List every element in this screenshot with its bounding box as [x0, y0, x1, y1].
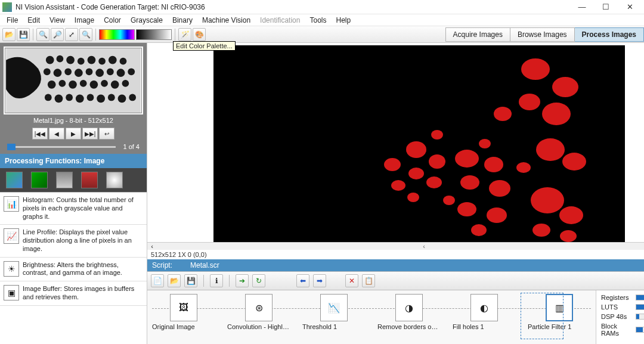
category-binary-icon[interactable]: [81, 172, 98, 188]
svg-point-52: [460, 175, 479, 190]
perf-bar: [636, 314, 644, 320]
script-new-icon[interactable]: 📄: [151, 274, 164, 287]
svg-point-18: [48, 80, 56, 89]
script-step-1[interactable]: ⊛Convolution - Highlight..: [227, 294, 290, 330]
svg-point-57: [471, 224, 487, 236]
menu-binary[interactable]: Binary: [168, 15, 197, 26]
script-step-back-icon[interactable]: ⬅: [296, 274, 309, 287]
menu-file[interactable]: File: [2, 15, 22, 26]
svg-point-25: [122, 80, 129, 87]
save-icon[interactable]: 💾: [17, 28, 30, 41]
svg-point-28: [66, 94, 73, 101]
svg-point-20: [69, 80, 77, 89]
svg-point-3: [66, 56, 75, 64]
perf-label: Registers: [601, 294, 636, 301]
svg-point-16: [117, 69, 125, 77]
script-edit-icon[interactable]: 📋: [362, 274, 375, 287]
processing-functions-list: 📊Histogram: Counts the total number of p…: [0, 192, 147, 344]
browser-slider[interactable]: [7, 146, 116, 148]
step-label: Original Image: [152, 323, 215, 330]
menu-help[interactable]: Help: [332, 15, 355, 26]
canvas-hscroll[interactable]: ‹‹›: [147, 242, 644, 250]
svg-point-63: [532, 224, 550, 237]
step-icon: ◐: [470, 294, 498, 321]
image-canvas[interactable]: [213, 45, 625, 242]
svg-point-59: [536, 138, 565, 161]
svg-point-31: [97, 95, 105, 103]
category-mv-icon[interactable]: [106, 172, 123, 188]
tab-process-images[interactable]: Process Images: [575, 27, 644, 42]
svg-point-27: [55, 95, 63, 103]
thumbnail[interactable]: [5, 48, 142, 113]
script-step-2[interactable]: 📉Threshold 1: [302, 294, 366, 330]
palette-icon[interactable]: 🎨: [193, 28, 206, 41]
svg-point-33: [118, 95, 126, 103]
menu-grayscale[interactable]: Grayscale: [126, 15, 167, 26]
category-color-icon[interactable]: [31, 172, 48, 188]
step-icon: 🖼: [170, 294, 197, 321]
svg-point-64: [560, 230, 577, 242]
pf-item-0[interactable]: 📊Histogram: Counts the total number of p…: [0, 193, 147, 225]
pf-item-3[interactable]: ▣Image Buffer: Stores images in buffers …: [0, 281, 147, 306]
svg-point-61: [531, 187, 564, 213]
close-button[interactable]: ✕: [618, 0, 642, 14]
zoom-1x-icon[interactable]: 🔍: [79, 28, 92, 41]
zoom-out-icon[interactable]: 🔎: [51, 28, 64, 41]
svg-point-42: [406, 141, 426, 158]
script-step-4[interactable]: ◐Fill holes 1: [453, 294, 516, 330]
svg-point-14: [95, 69, 104, 77]
svg-point-24: [111, 80, 119, 89]
color-palette-strip[interactable]: [99, 29, 135, 40]
script-step-0[interactable]: 🖼Original Image: [152, 294, 215, 330]
menu-edit[interactable]: Edit: [23, 15, 44, 26]
open-icon[interactable]: 📂: [2, 28, 16, 41]
svg-point-9: [44, 68, 51, 75]
pf-item-text: Image Buffer: Stores images in buffers a…: [23, 285, 143, 302]
zoom-in-icon[interactable]: 🔍: [36, 28, 49, 41]
svg-point-19: [58, 80, 66, 87]
perf-row-block-rams: Block RAMs22 %: [601, 323, 644, 337]
zoom-fit-icon[interactable]: ⤢: [65, 28, 78, 41]
maximize-button[interactable]: ☐: [594, 0, 618, 14]
script-step-5[interactable]: ▥Particle Filter 1: [528, 294, 591, 330]
performance-panel: Registers39 %LUTS36 %DSP 48s10 %Block RA…: [596, 290, 644, 344]
svg-point-37: [552, 77, 578, 97]
svg-point-62: [559, 206, 583, 224]
browser-nav: |◀◀ ◀ ▶ ▶▶| ↩: [4, 128, 143, 140]
menu-machine-vision[interactable]: Machine Vision: [198, 15, 255, 26]
script-loop-icon[interactable]: ↻: [252, 274, 265, 287]
grayscale-palette-strip[interactable]: [136, 29, 172, 40]
menu-image[interactable]: Image: [70, 15, 98, 26]
category-grayscale-icon[interactable]: [56, 172, 73, 188]
tab-acquire-images[interactable]: Acquire Images: [445, 27, 510, 42]
script-step-3[interactable]: ◑Remove borders objec..: [377, 294, 441, 330]
reload-button[interactable]: ↩: [99, 128, 114, 140]
menu-view[interactable]: View: [45, 15, 69, 26]
category-image-icon[interactable]: [6, 172, 23, 188]
step-icon: ⊛: [245, 294, 273, 321]
pf-item-1[interactable]: 📈Line Profile: Displays the pixel value …: [0, 225, 147, 257]
minimize-button[interactable]: —: [570, 0, 594, 14]
next-button[interactable]: ▶: [66, 128, 81, 140]
script-info-icon[interactable]: ℹ: [210, 274, 223, 287]
svg-point-53: [489, 180, 510, 197]
prev-button[interactable]: ◀: [49, 128, 64, 140]
pf-item-2[interactable]: ☀Brightness: Alters the brightness, cont…: [0, 258, 147, 282]
script-run-icon[interactable]: ➔: [236, 274, 249, 287]
svg-point-7: [109, 56, 117, 64]
script-toolbar: 📄 📂 💾 ℹ ➔ ↻ ⬅ ➡ ✕ 📋: [147, 271, 644, 290]
script-open-icon[interactable]: 📂: [168, 274, 181, 287]
menu-color[interactable]: Color: [100, 15, 125, 26]
first-button[interactable]: |◀◀: [32, 128, 48, 140]
script-step-fwd-icon[interactable]: ➡: [313, 274, 326, 287]
menu-tools[interactable]: Tools: [305, 15, 330, 26]
svg-point-21: [80, 80, 87, 87]
step-label: Convolution - Highlight..: [227, 323, 290, 330]
script-delete-icon[interactable]: ✕: [345, 274, 358, 287]
pf-item-icon: 📈: [4, 228, 19, 244]
tab-browse-images[interactable]: Browse Images: [510, 27, 575, 42]
svg-point-58: [516, 162, 531, 173]
wand-icon[interactable]: 🪄: [178, 28, 191, 41]
script-save-icon[interactable]: 💾: [184, 274, 197, 287]
last-button[interactable]: ▶▶|: [82, 128, 98, 140]
